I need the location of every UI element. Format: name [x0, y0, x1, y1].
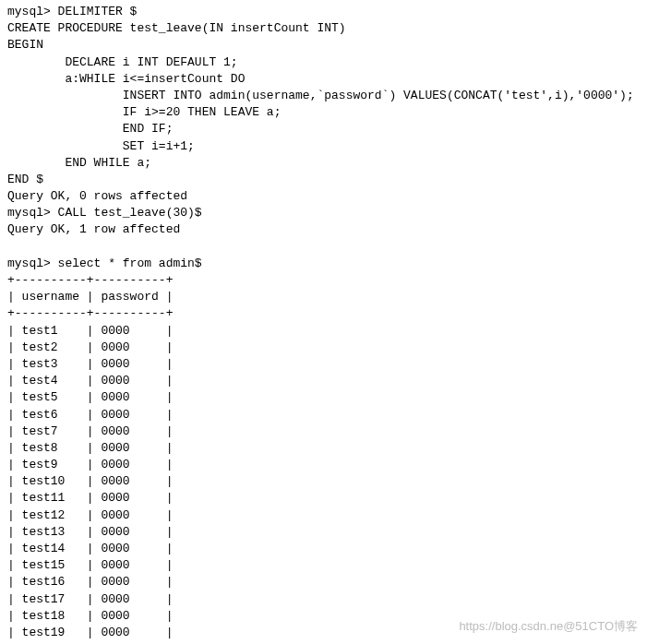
- terminal-output[interactable]: mysql> DELIMITER $ CREATE PROCEDURE test…: [7, 4, 640, 644]
